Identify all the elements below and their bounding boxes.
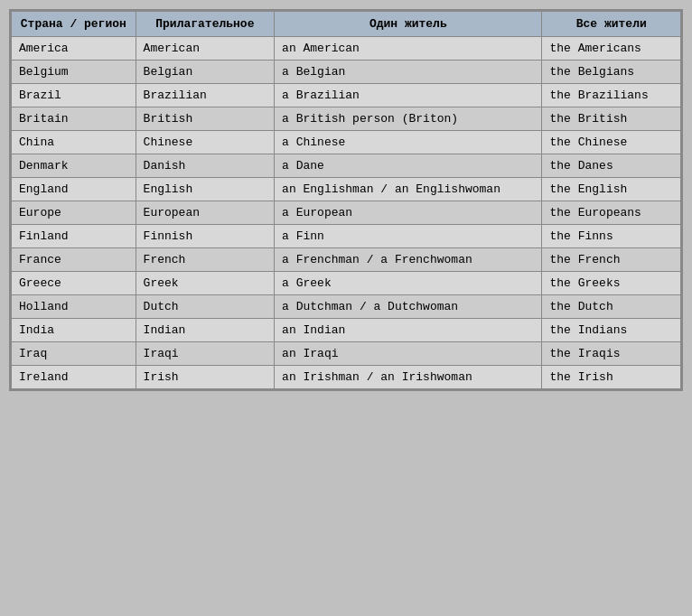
cell-one-resident: an Englishman / an Englishwoman [275, 178, 542, 201]
cell-adjective: Indian [136, 319, 274, 342]
cell-country: China [12, 131, 136, 154]
cell-adjective: Belgian [136, 61, 274, 84]
cell-one-resident: a Chinese [275, 131, 542, 154]
cell-country: America [12, 37, 136, 61]
cell-country: Holland [12, 295, 136, 319]
cell-one-resident: a Finn [275, 225, 542, 248]
cell-country: Europe [12, 201, 136, 225]
cell-country: Brazil [12, 84, 136, 107]
cell-adjective: Irish [136, 366, 274, 389]
cell-one-resident: an Iraqi [275, 342, 542, 366]
cell-country: Denmark [12, 154, 136, 178]
table-row: ChinaChinesea Chinesethe Chinese [12, 131, 681, 154]
cell-one-resident: an Irishman / an Irishwoman [275, 366, 542, 389]
cell-all-residents: the British [542, 107, 681, 131]
cell-country: Belgium [12, 61, 136, 84]
table-row: DenmarkDanisha Danethe Danes [12, 154, 681, 178]
table-row: HollandDutcha Dutchman / a Dutchwomanthe… [12, 295, 681, 319]
table-row: EnglandEnglishan Englishman / an English… [12, 178, 681, 201]
cell-all-residents: the Irish [542, 366, 681, 389]
cell-adjective: European [136, 201, 274, 225]
table-row: BritainBritisha British person (Briton)t… [12, 107, 681, 131]
cell-country: Iraq [12, 342, 136, 366]
cell-adjective: Dutch [136, 295, 274, 319]
cell-one-resident: a European [275, 201, 542, 225]
cell-all-residents: the Americans [542, 37, 681, 61]
cell-all-residents: the Greeks [542, 272, 681, 295]
header-adjective: Прилагательное [136, 12, 274, 37]
header-all-residents: Все жители [542, 12, 681, 37]
cell-all-residents: the Finns [542, 225, 681, 248]
cell-country: Ireland [12, 366, 136, 389]
table-row: BelgiumBelgiana Belgianthe Belgians [12, 61, 681, 84]
cell-adjective: French [136, 248, 274, 272]
cell-all-residents: the Danes [542, 154, 681, 178]
cell-country: Greece [12, 272, 136, 295]
cell-all-residents: the English [542, 178, 681, 201]
cell-country: India [12, 319, 136, 342]
cell-all-residents: the Indians [542, 319, 681, 342]
cell-adjective: English [136, 178, 274, 201]
cell-adjective: Brazilian [136, 84, 274, 107]
table-row: IndiaIndianan Indianthe Indians [12, 319, 681, 342]
cell-adjective: Finnish [136, 225, 274, 248]
cell-one-resident: a Dane [275, 154, 542, 178]
table-row: FranceFrencha Frenchman / a Frenchwomant… [12, 248, 681, 272]
header-one-resident: Один житель [275, 12, 542, 37]
cell-adjective: Greek [136, 272, 274, 295]
cell-adjective: Chinese [136, 131, 274, 154]
cell-all-residents: the Brazilians [542, 84, 681, 107]
cell-one-resident: an American [275, 37, 542, 61]
cell-one-resident: a Greek [275, 272, 542, 295]
cell-country: Britain [12, 107, 136, 131]
cell-one-resident: a Belgian [275, 61, 542, 84]
cell-country: France [12, 248, 136, 272]
cell-all-residents: the Europeans [542, 201, 681, 225]
cell-one-resident: a Dutchman / a Dutchwoman [275, 295, 542, 319]
cell-one-resident: a British person (Briton) [275, 107, 542, 131]
cell-country: England [12, 178, 136, 201]
cell-all-residents: the Dutch [542, 295, 681, 319]
table-row: BrazilBraziliana Brazilianthe Brazilians [12, 84, 681, 107]
cell-all-residents: the Chinese [542, 131, 681, 154]
cell-all-residents: the French [542, 248, 681, 272]
table-row: AmericaAmericanan Americanthe Americans [12, 37, 681, 61]
header-country: Страна / регион [12, 12, 136, 37]
cell-all-residents: the Iraqis [542, 342, 681, 366]
main-table-container: Страна / регион Прилагательное Один жите… [9, 9, 683, 391]
cell-one-resident: a Frenchman / a Frenchwoman [275, 248, 542, 272]
cell-adjective: Iraqi [136, 342, 274, 366]
table-row: IrelandIrishan Irishman / an Irishwomant… [12, 366, 681, 389]
table-row: FinlandFinnisha Finnthe Finns [12, 225, 681, 248]
cell-adjective: British [136, 107, 274, 131]
cell-adjective: American [136, 37, 274, 61]
cell-country: Finland [12, 225, 136, 248]
cell-adjective: Danish [136, 154, 274, 178]
table-row: IraqIraqian Iraqithe Iraqis [12, 342, 681, 366]
table-row: GreeceGreeka Greekthe Greeks [12, 272, 681, 295]
cell-one-resident: a Brazilian [275, 84, 542, 107]
cell-all-residents: the Belgians [542, 61, 681, 84]
nationalities-table: Страна / регион Прилагательное Один жите… [11, 11, 681, 389]
table-row: EuropeEuropeana Europeanthe Europeans [12, 201, 681, 225]
cell-one-resident: an Indian [275, 319, 542, 342]
